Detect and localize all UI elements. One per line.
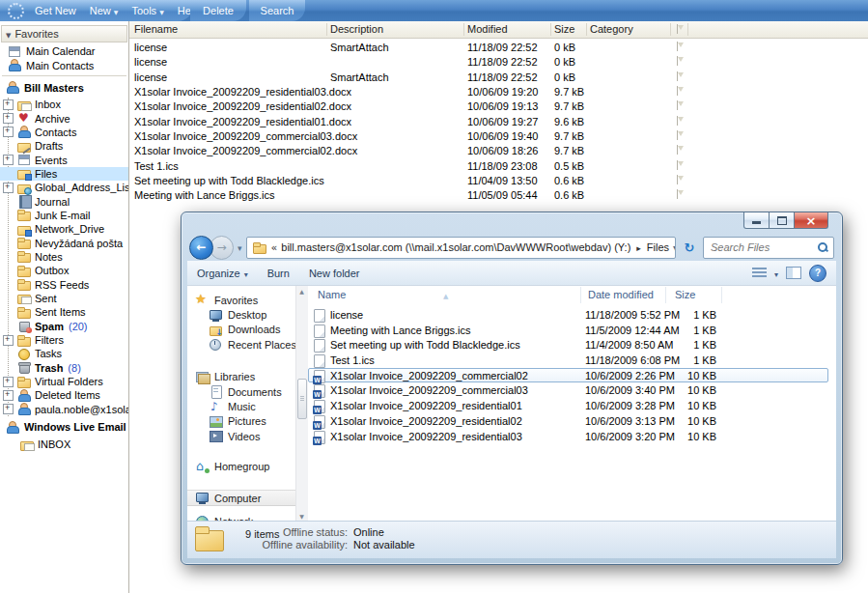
- column-header-date-modified[interactable]: Date modified: [588, 289, 654, 300]
- sidebar-folder[interactable]: Network_Drive: [0, 222, 128, 236]
- email-list-row[interactable]: license SmartAttach 11/18/09 22:52 0 kB: [129, 41, 868, 55]
- sidebar-folder[interactable]: Journal: [0, 194, 128, 208]
- column-header-size[interactable]: Size: [675, 289, 695, 300]
- burn-button[interactable]: Burn: [267, 268, 290, 279]
- nav-item[interactable]: Music: [187, 399, 295, 413]
- expand-plus-icon[interactable]: [3, 113, 14, 124]
- address-dropdown-icon[interactable]: [673, 241, 676, 253]
- help-icon[interactable]: [809, 265, 826, 282]
- column-header-description[interactable]: Description: [330, 23, 383, 35]
- tools-menu-button[interactable]: Tools: [125, 5, 170, 16]
- file-row[interactable]: Meeting with Lance Briggs.ics 11/5/2009 …: [308, 323, 828, 338]
- file-row[interactable]: license 11/18/2009 5:52 PM 1 KB: [308, 307, 828, 323]
- flag-column-icon[interactable]: [676, 24, 685, 34]
- nav-item[interactable]: Favorites: [187, 293, 295, 307]
- chevron-down-icon[interactable]: [774, 268, 778, 279]
- nav-item[interactable]: Desktop: [187, 307, 295, 322]
- minimize-button[interactable]: [743, 212, 770, 229]
- get-new-button[interactable]: Get New: [28, 5, 83, 16]
- breadcrumb-overflow-icon[interactable]: [271, 241, 278, 254]
- sidebar-folder[interactable]: Notes: [0, 250, 128, 264]
- flag-icon[interactable]: [676, 130, 685, 140]
- file-row[interactable]: Test 1.ics 11/18/2009 6:08 PM 1 KB: [308, 353, 828, 368]
- scroll-up-icon[interactable]: [296, 286, 307, 296]
- column-header-size[interactable]: Size: [554, 23, 574, 35]
- flag-icon[interactable]: [676, 42, 685, 51]
- favorites-item[interactable]: Main Calendar: [0, 44, 128, 59]
- flag-icon[interactable]: [676, 56, 685, 66]
- preview-pane-icon[interactable]: [786, 267, 801, 279]
- column-header-filename[interactable]: Filename: [134, 23, 178, 35]
- sidebar-folder[interactable]: Deleted Items: [0, 388, 128, 402]
- breadcrumb-leaf[interactable]: Files: [647, 241, 669, 253]
- new-menu-button[interactable]: New: [83, 5, 126, 16]
- sidebar-folder[interactable]: Drafts: [0, 139, 128, 153]
- sidebar-folder[interactable]: Trash (8): [0, 361, 128, 375]
- new-folder-button[interactable]: New folder: [309, 268, 360, 279]
- nav-item[interactable]: Recent Places: [187, 337, 295, 352]
- nav-item[interactable]: Videos: [187, 429, 295, 443]
- change-view-icon[interactable]: [752, 268, 767, 278]
- file-row[interactable]: Set meeting up with Todd Blackledge.ics …: [308, 337, 828, 353]
- file-row[interactable]: X1solar Invoice_20092209_residential01 1…: [308, 398, 828, 413]
- expand-plus-icon[interactable]: [3, 390, 14, 401]
- sidebar-folder[interactable]: Events: [0, 153, 128, 166]
- email-list-row[interactable]: license 11/18/09 22:52 0 kB: [129, 55, 868, 70]
- nav-item[interactable]: Documents: [187, 384, 295, 399]
- flag-icon[interactable]: [676, 116, 685, 126]
- favorites-header[interactable]: Favorites: [1, 25, 127, 42]
- flag-icon[interactable]: [676, 71, 685, 81]
- nav-item[interactable]: Pictures: [187, 414, 295, 429]
- expand-plus-icon[interactable]: [3, 127, 14, 137]
- sidebar-folder[interactable]: Global_Address_List: [0, 181, 128, 194]
- expand-plus-icon[interactable]: [3, 183, 14, 193]
- flag-icon[interactable]: [676, 160, 685, 170]
- sidebar-folder[interactable]: Outbox: [0, 264, 128, 277]
- search-input[interactable]: [709, 240, 817, 254]
- sidebar-folder[interactable]: Inbox: [0, 98, 128, 111]
- sidebar-folder[interactable]: paula.noble@x1solar.com: [0, 403, 128, 416]
- refresh-button[interactable]: [680, 238, 699, 258]
- sidebar-folder[interactable]: Virtual Folders: [0, 375, 128, 388]
- expand-plus-icon[interactable]: [3, 335, 14, 346]
- delete-button[interactable]: Delete: [196, 5, 240, 16]
- file-row[interactable]: X1solar Invoice_20092209_residential03 1…: [308, 429, 828, 444]
- email-list-row[interactable]: X1solar Invoice_20092209_residential01.d…: [129, 115, 868, 129]
- email-list-row[interactable]: X1solar Invoice_20092209_commercial03.do…: [129, 129, 868, 144]
- sidebar-folder[interactable]: Sent Items: [0, 305, 128, 319]
- sidebar-folder[interactable]: Spam (20): [0, 320, 128, 333]
- expand-plus-icon[interactable]: [3, 377, 14, 387]
- search-box[interactable]: [703, 237, 834, 259]
- scrollbar-thumb[interactable]: [297, 379, 307, 419]
- flag-icon[interactable]: [676, 175, 685, 184]
- flag-icon[interactable]: [676, 189, 685, 199]
- email-list-row[interactable]: X1solar Invoice_20092209_residential02.d…: [129, 99, 868, 114]
- email-list-row[interactable]: Meeting with Lance Briggs.ics 11/05/09 0…: [129, 188, 868, 203]
- search-button[interactable]: Search: [254, 5, 301, 16]
- breadcrumb-root[interactable]: bill.masters@x1solar.com (\\mail.x1solar…: [281, 241, 630, 253]
- column-header-modified[interactable]: Modified: [467, 23, 508, 35]
- sidebar-folder[interactable]: Sent: [0, 292, 128, 305]
- flag-icon[interactable]: [676, 100, 685, 110]
- email-list-row[interactable]: Test 1.ics 11/18/09 23:08 0.5 kB: [129, 159, 868, 174]
- address-bar[interactable]: bill.masters@x1solar.com (\\mail.x1solar…: [246, 237, 676, 259]
- email-list-row[interactable]: X1solar Invoice_20092209_residential03.d…: [129, 85, 868, 99]
- email-list-row[interactable]: Set meeting up with Todd Blackledge.ics …: [129, 174, 868, 188]
- expand-plus-icon[interactable]: [3, 99, 14, 110]
- sidebar-folder[interactable]: Junk E-mail: [0, 209, 128, 222]
- favorites-item[interactable]: Main Contacts: [0, 59, 128, 73]
- account-header-bill-masters[interactable]: Bill Masters: [0, 80, 128, 95]
- sidebar-folder[interactable]: Contacts: [0, 126, 128, 139]
- expand-plus-icon[interactable]: [3, 155, 14, 165]
- account-header-windows-live[interactable]: Windows Live Email: [0, 420, 128, 435]
- column-header-category[interactable]: Category: [590, 23, 633, 35]
- back-button[interactable]: [189, 236, 213, 260]
- nav-item[interactable]: Computer: [187, 490, 295, 506]
- sidebar-folder[interactable]: Tasks: [0, 347, 128, 360]
- file-row[interactable]: X1solar Invoice_20092209_commercial02 10…: [308, 368, 828, 383]
- organize-button[interactable]: Organize: [197, 268, 248, 279]
- column-header-name[interactable]: Name: [318, 289, 346, 300]
- sidebar-folder[interactable]: INBOX: [0, 438, 128, 451]
- flag-icon[interactable]: [676, 145, 685, 155]
- expand-plus-icon[interactable]: [3, 404, 14, 414]
